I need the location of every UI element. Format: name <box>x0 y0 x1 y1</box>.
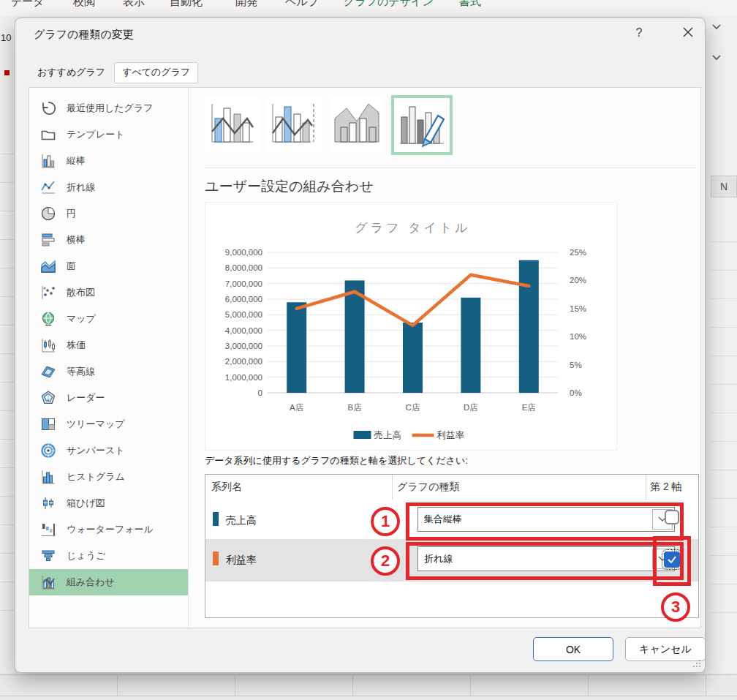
sidebar-item-map[interactable]: マップ <box>29 306 188 332</box>
sidebar-item-template[interactable]: テンプレート <box>29 121 188 148</box>
sidebar-item-surface[interactable]: 等高線 <box>29 358 188 385</box>
sidebar-item-label: マップ <box>67 312 96 325</box>
stock-chart-icon <box>39 336 57 354</box>
worksheet-right-fragment: N <box>706 16 737 673</box>
ribbon-tab-4[interactable]: 自動化 <box>170 0 203 9</box>
header-secondary-axis: 第 2 軸 <box>650 481 682 494</box>
column-divider <box>646 475 646 500</box>
close-icon[interactable] <box>673 21 703 43</box>
sidebar-item-boxwhisker[interactable]: 箱ひげ図 <box>29 490 188 516</box>
thumbnail-custom-combination-selected[interactable] <box>391 95 453 155</box>
thumbnail-stacked-area-clustered-column[interactable] <box>329 98 385 152</box>
sidebar-item-label: じょうご <box>67 549 105 562</box>
column-divider <box>392 475 393 500</box>
ribbon-tab-1[interactable]: データ <box>11 0 45 9</box>
svg-text:6,000,000: 6,000,000 <box>225 295 262 304</box>
map-chart-icon <box>39 310 57 328</box>
sidebar-item-sunburst[interactable]: サンバースト <box>29 437 188 464</box>
series-color-swatch <box>213 512 219 526</box>
annotation-circle-3: 3 <box>661 592 690 622</box>
tab-recommended-charts[interactable]: おすすめグラフ <box>30 62 113 82</box>
svg-text:0%: 0% <box>570 388 582 397</box>
chart-type-value: 集合縦棒 <box>424 513 462 526</box>
help-icon[interactable]: ? <box>628 23 650 43</box>
combo-chart-icon <box>39 573 57 591</box>
sidebar-item-label: 横棒 <box>67 233 86 246</box>
svg-text:15%: 15% <box>570 304 586 313</box>
sidebar-item-pie[interactable]: 円 <box>29 200 188 227</box>
chevron-down-icon[interactable] <box>711 23 722 31</box>
bar-chart-icon <box>39 231 57 249</box>
ribbon-tab-7[interactable]: グラフのデザイン <box>344 0 434 9</box>
cell-value-fragment: 10 <box>1 32 11 43</box>
series-instruction-text: データ系列に使用するグラフの種類と軸を選択してください: <box>205 454 468 467</box>
header-chart-type: グラフの種類 <box>397 481 459 494</box>
sidebar-item-combo[interactable]: 組み合わせ <box>29 569 188 595</box>
sidebar-item-line[interactable]: 折れ線 <box>29 174 188 200</box>
svg-text:9,000,000: 9,000,000 <box>225 248 262 257</box>
worksheet-gridlines <box>711 214 737 623</box>
svg-text:5%: 5% <box>570 361 582 369</box>
chevron-down-icon[interactable] <box>711 54 722 61</box>
sidebar-item-label: 散布図 <box>67 286 95 299</box>
sidebar-item-label: 折れ線 <box>67 181 95 194</box>
clustered-column-line-icon <box>205 98 260 152</box>
ok-button[interactable]: OK <box>533 637 613 661</box>
secondary-axis-checkbox-row2[interactable] <box>664 552 680 568</box>
combo-subtype-row <box>205 95 453 155</box>
sidebar-item-column[interactable]: 縦棒 <box>29 148 188 174</box>
sidebar-item-label: 縦棒 <box>67 154 86 168</box>
worksheet-bottom-fragment <box>0 673 737 700</box>
stacked-area-clustered-column-icon <box>329 98 385 152</box>
sidebar-item-bar[interactable]: 横棒 <box>29 227 188 253</box>
thumbnail-custom-combination[interactable] <box>394 98 450 152</box>
svg-text:10%: 10% <box>570 332 586 341</box>
thumbnail-clustered-column-line-secondary-axis[interactable] <box>267 98 322 152</box>
ribbon-tab-3[interactable]: 表示 <box>123 0 145 9</box>
ribbon-tab-5[interactable]: 開発 <box>235 0 257 9</box>
annotation-circle-2: 2 <box>371 546 400 576</box>
custom-combination-heading: ユーザー設定の組み合わせ <box>205 177 374 196</box>
thumbnail-clustered-column-line[interactable] <box>205 98 260 152</box>
excel-screen: データ校閲表示自動化開発ヘルプグラフのデザイン書式 N 10 グラフの種類の変更… <box>0 0 737 700</box>
recent-chart-icon <box>39 99 57 117</box>
combo-chart: 01,000,0002,000,0003,000,0004,000,0005,0… <box>205 203 616 450</box>
scatter-chart-icon <box>39 284 57 301</box>
svg-text:売上高: 売上高 <box>374 430 402 440</box>
area-chart-icon <box>39 257 57 275</box>
sidebar-item-histogram[interactable]: ヒストグラム <box>29 464 188 490</box>
sidebar-item-radar[interactable]: レーダー <box>29 385 188 411</box>
sidebar-item-treemap[interactable]: ツリーマップ <box>29 411 188 437</box>
svg-text:8,000,000: 8,000,000 <box>225 263 262 272</box>
svg-text:5,000,000: 5,000,000 <box>225 310 262 319</box>
sidebar-item-funnel[interactable]: じょうご <box>29 543 188 569</box>
sidebar-item-scatter[interactable]: 散布図 <box>29 279 188 306</box>
chart-type-select-row2[interactable]: 折れ線 <box>417 546 675 571</box>
sidebar-item-area[interactable]: 面 <box>29 253 188 279</box>
sidebar-item-stock[interactable]: 株価 <box>29 332 188 358</box>
change-chart-type-dialog: グラフの種類の変更 ? おすすめグラフ すべてのグラフ 最近使用したグラフテンプ… <box>15 18 706 673</box>
tab-all-charts[interactable]: すべてのグラフ <box>114 62 198 83</box>
annotation-circle-1: 1 <box>371 507 400 536</box>
secondary-axis-checkbox-row1[interactable] <box>665 510 679 524</box>
sidebar-item-label: 等高線 <box>67 365 95 378</box>
waterfall-chart-icon <box>39 521 57 538</box>
ribbon-tab-2[interactable]: 校閲 <box>73 0 95 9</box>
all-charts-panel: 最近使用したグラフテンプレート縦棒折れ線円横棒面散布図マップ株価等高線レーダーツ… <box>29 87 701 628</box>
chart-preview: 01,000,0002,000,0003,000,0004,000,0005,0… <box>205 202 617 451</box>
ribbon-tab-8[interactable]: 書式 <box>459 0 481 9</box>
resize-grip[interactable] <box>692 659 701 668</box>
sidebar-item-label: ツリーマップ <box>67 418 125 431</box>
line-chart-icon <box>39 178 57 196</box>
ribbon-tab-6[interactable]: ヘルプ <box>285 0 319 9</box>
svg-text:7,000,000: 7,000,000 <box>225 279 262 288</box>
chart-type-select-row1[interactable]: 集合縦棒 <box>417 507 675 532</box>
sidebar-item-label: ヒストグラム <box>67 470 125 483</box>
chart-type-value: 折れ線 <box>424 552 453 565</box>
cancel-button[interactable]: キャンセル <box>625 637 706 661</box>
sidebar-item-waterfall[interactable]: ウォーターフォール <box>29 516 188 543</box>
sidebar-item-recent[interactable]: 最近使用したグラフ <box>29 95 188 121</box>
sidebar-item-label: 株価 <box>67 339 86 352</box>
column-header-n: N <box>711 176 737 197</box>
series-color-swatch <box>213 552 219 565</box>
